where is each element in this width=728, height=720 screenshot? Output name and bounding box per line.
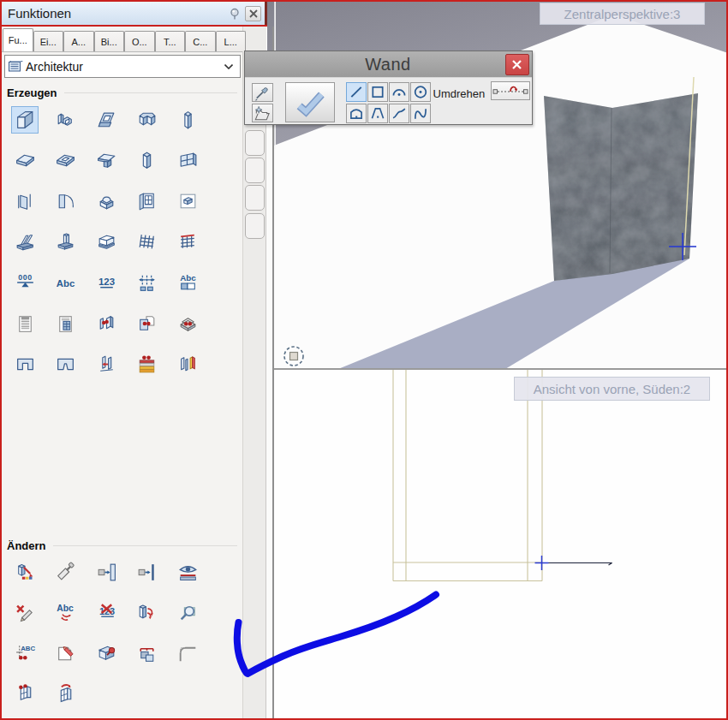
tool-edit-page[interactable] [52, 640, 80, 667]
tool-fillet[interactable] [174, 640, 201, 667]
tool-delete-pencil[interactable] [11, 599, 39, 627]
facade-icon [135, 190, 158, 213]
palette-tab-4[interactable]: Bi... [94, 31, 125, 51]
geo-rectangle-icon [368, 83, 387, 101]
tool-wall-convert[interactable] [92, 351, 120, 378]
tool-wall-macro[interactable] [92, 310, 120, 337]
strip-foundation-icon [14, 230, 37, 253]
tool-facade[interactable] [134, 187, 161, 215]
tool-layer-bars[interactable] [134, 351, 161, 378]
wand-dialog-title: Wand [245, 55, 532, 74]
module-dropdown-value: Architektur [26, 60, 224, 74]
geometry-mode-spline[interactable] [389, 104, 409, 123]
favorites-button[interactable] [252, 104, 273, 122]
tool-scan-element[interactable] [174, 310, 201, 337]
pad-foundation-icon [54, 230, 77, 253]
module-icon [9, 61, 23, 72]
tool-wall-recess[interactable] [134, 106, 161, 134]
tool-rotate-wall[interactable] [134, 599, 161, 627]
trowel-icon [54, 561, 77, 584]
view-tab-2[interactable] [245, 158, 265, 183]
view-tab-1[interactable] [245, 130, 265, 156]
flip-direction-button[interactable] [491, 81, 530, 100]
tool-wall-opening[interactable] [92, 106, 120, 134]
tool-trim-element[interactable] [134, 558, 161, 586]
tool-panel-convert[interactable] [174, 351, 201, 378]
legend-icon [54, 312, 77, 336]
tool-arch-notch[interactable] [52, 351, 80, 378]
tool-door-swing[interactable] [52, 187, 80, 215]
tool-trowel[interactable] [52, 558, 80, 586]
geometry-mode-rectangle[interactable] [367, 82, 388, 102]
palette-tab-6[interactable]: T... [155, 31, 186, 51]
palette-tab-5[interactable]: O... [124, 31, 155, 51]
tool-dimension[interactable] [11, 270, 39, 297]
palette-tab-7[interactable]: C... [185, 31, 216, 51]
module-dropdown[interactable]: Architektur [4, 55, 241, 78]
wand-close-button[interactable] [505, 54, 529, 75]
tool-wall-profile[interactable] [52, 106, 80, 134]
tool-pin-page[interactable] [92, 640, 120, 667]
tool-show-hidden[interactable] [174, 558, 201, 586]
geometry-mode-gable[interactable] [346, 104, 367, 123]
tool-copy-element[interactable] [134, 310, 161, 337]
tool-point-symbol[interactable] [11, 640, 39, 667]
geometry-mode-circle[interactable] [410, 82, 431, 102]
tool-legend[interactable] [52, 310, 80, 337]
geometry-mode-trapezoid[interactable] [367, 104, 388, 123]
tool-strip-foundation[interactable] [11, 229, 39, 256]
tool-slab-opening[interactable] [52, 147, 80, 175]
geo-circle-icon [411, 83, 430, 101]
tool-slab[interactable] [11, 147, 39, 175]
tool-modify-wall[interactable] [11, 558, 39, 586]
geometry-mode-line[interactable] [346, 82, 367, 102]
tool-pad-foundation[interactable] [52, 229, 80, 256]
view-tab-4[interactable] [245, 213, 265, 239]
tool-wall[interactable] [11, 106, 39, 134]
palette-close-button[interactable] [245, 6, 261, 21]
viewport-divider[interactable] [267, 368, 728, 370]
delete-number-icon [95, 601, 118, 624]
tool-window-points[interactable] [11, 681, 39, 708]
viewport-front[interactable]: Ansicht von vorne, Süden:2 [274, 370, 728, 719]
palette-titlebar[interactable]: Funktionen [2, 2, 265, 25]
palette-tab-2[interactable]: Ei... [33, 31, 64, 51]
tool-slab-foundation[interactable] [92, 229, 120, 256]
tool-text[interactable] [52, 270, 80, 297]
tool-axis-grid[interactable] [134, 270, 161, 297]
tool-downstand-beam[interactable] [92, 147, 120, 175]
tool-pillar[interactable] [174, 106, 201, 134]
door-icon [14, 190, 37, 213]
roof-light-icon [95, 190, 118, 213]
palette-tab-3[interactable]: A... [63, 31, 94, 51]
view-tab-3[interactable] [245, 185, 265, 211]
door-swing-icon [54, 190, 77, 213]
geometry-mode-arc[interactable] [389, 82, 409, 102]
palette-tab-1[interactable]: Fu... [3, 28, 33, 51]
tool-door[interactable] [11, 187, 39, 215]
palette-tab-8[interactable]: L... [216, 31, 247, 51]
confirm-button[interactable] [285, 82, 335, 122]
tool-align-boxes[interactable] [134, 640, 161, 667]
tool-railing[interactable] [174, 229, 201, 256]
tool-mesh[interactable] [134, 229, 161, 256]
wand-dialog-titlebar[interactable]: Wand [245, 51, 532, 77]
tool-number[interactable] [92, 270, 120, 297]
tool-label-box[interactable] [174, 270, 201, 297]
tool-roof-light[interactable] [92, 187, 120, 215]
tool-arch-bracket[interactable] [11, 351, 39, 378]
checkmark-icon [289, 86, 331, 120]
tool-delete-number[interactable] [92, 599, 120, 627]
pin-icon[interactable] [227, 7, 242, 21]
tool-report[interactable] [11, 310, 39, 337]
pick-properties-button[interactable] [252, 83, 273, 102]
tool-extend-element[interactable] [92, 558, 120, 586]
tool-modify-text[interactable] [52, 599, 80, 627]
tool-window-rotate[interactable] [52, 681, 80, 708]
tool-zoom-detail[interactable] [174, 599, 201, 627]
tool-smart-opening[interactable] [174, 187, 201, 215]
tool-window[interactable] [174, 147, 201, 175]
tool-column-block[interactable] [134, 147, 161, 175]
geometry-mode-curve[interactable] [410, 104, 431, 123]
scan-element-icon [176, 312, 200, 336]
